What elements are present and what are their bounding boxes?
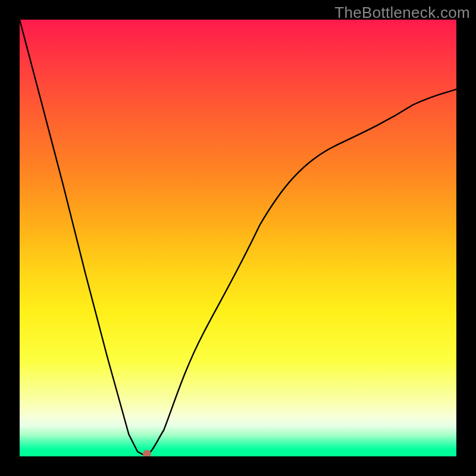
marker-dot bbox=[143, 450, 151, 456]
plot-area bbox=[20, 20, 456, 456]
bottleneck-curve bbox=[20, 20, 456, 456]
chart-frame: TheBottleneck.com bbox=[0, 0, 476, 476]
chart-svg bbox=[20, 20, 456, 456]
watermark-text: TheBottleneck.com bbox=[334, 4, 470, 22]
